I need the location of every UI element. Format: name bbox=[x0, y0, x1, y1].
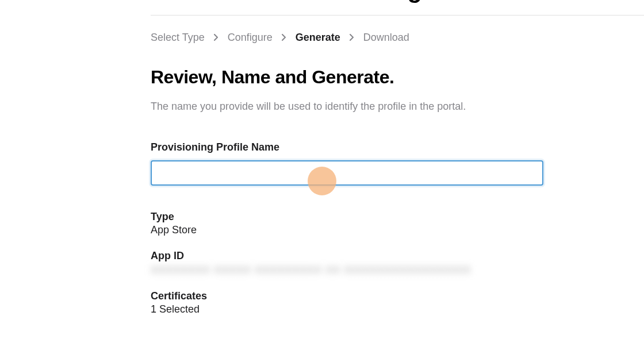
divider bbox=[151, 15, 644, 16]
breadcrumb-step-select-type[interactable]: Select Type bbox=[151, 32, 205, 44]
certificates-label: Certificates bbox=[151, 290, 627, 302]
type-value: App Store bbox=[151, 224, 627, 236]
app-id-label: App ID bbox=[151, 250, 627, 262]
breadcrumb: Select Type Configure Generate Download bbox=[151, 32, 627, 44]
profile-name-input[interactable] bbox=[151, 160, 543, 186]
profile-name-label: Provisioning Profile Name bbox=[151, 141, 627, 153]
section-heading: Review, Name and Generate. bbox=[151, 67, 627, 88]
breadcrumb-step-download[interactable]: Download bbox=[363, 32, 409, 44]
chevron-right-icon bbox=[350, 33, 354, 43]
section-description: The name you provide will be used to ide… bbox=[151, 99, 627, 114]
type-label: Type bbox=[151, 211, 627, 223]
page-title: Generate a Provisioning Profile bbox=[151, 0, 627, 3]
chevron-right-icon bbox=[214, 33, 218, 43]
breadcrumb-step-configure[interactable]: Configure bbox=[228, 32, 273, 44]
certificates-value: 1 Selected bbox=[151, 303, 627, 315]
chevron-right-icon bbox=[282, 33, 286, 43]
breadcrumb-step-generate[interactable]: Generate bbox=[296, 32, 340, 44]
app-id-value: XXXXXXXX XXXXX XXXXXXXXX XX XXXXXXXXXXXX… bbox=[151, 264, 627, 276]
